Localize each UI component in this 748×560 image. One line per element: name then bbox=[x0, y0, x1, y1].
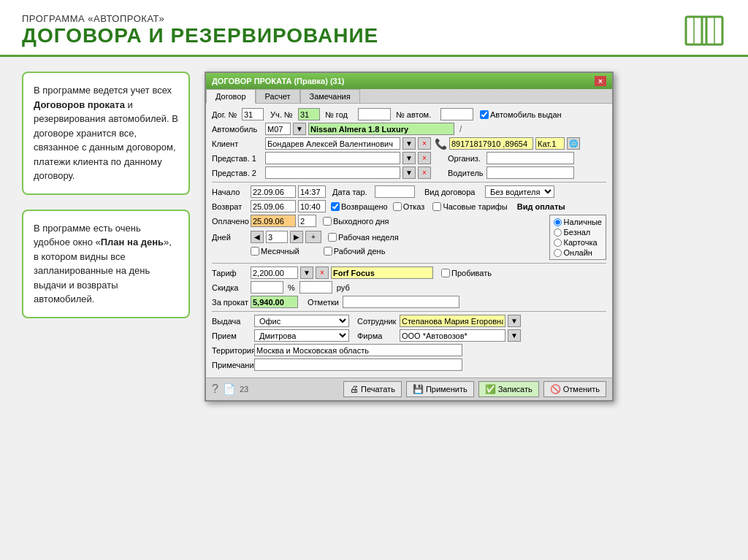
dni-input[interactable] bbox=[266, 231, 288, 243]
apply-label: Применить bbox=[426, 385, 468, 394]
skidka-rub-input[interactable] bbox=[299, 281, 332, 294]
voditel-label: Водитель bbox=[448, 169, 484, 177]
predst1-label: Представ. 1 bbox=[212, 154, 263, 163]
radio-onlajn[interactable]: Онлайн bbox=[554, 248, 602, 257]
sotrudnik-input[interactable] bbox=[400, 315, 505, 327]
left-panel: В программе ведется учет всех Договоров … bbox=[22, 72, 190, 548]
oplacheno-val-input[interactable] bbox=[298, 215, 316, 227]
vozvrat-time-input[interactable] bbox=[298, 200, 326, 212]
radio-nalichnye[interactable]: Наличные bbox=[554, 218, 602, 226]
info-box-1-bold: Договоров проката bbox=[34, 99, 125, 110]
radio-beznal-input[interactable] bbox=[554, 229, 562, 237]
row-predst1: Представ. 1 ▼ × Организ. bbox=[212, 152, 606, 164]
dni-prev-btn[interactable]: ◀ bbox=[251, 231, 264, 243]
print-button[interactable]: 🖨 Печатать bbox=[343, 381, 402, 397]
rabocha-ned-checkbox[interactable] bbox=[328, 233, 337, 242]
dialog-tabs: Договор Расчет Замечания bbox=[206, 89, 612, 104]
predst1-dropdown-btn[interactable]: ▼ bbox=[402, 152, 416, 164]
dni-next-btn[interactable]: ▶ bbox=[290, 231, 303, 243]
dialog-close-button[interactable]: × bbox=[595, 76, 606, 86]
avtomobil-code-input[interactable] bbox=[265, 123, 291, 135]
otmetki-input[interactable] bbox=[343, 296, 459, 308]
klient-clear-btn[interactable]: × bbox=[418, 137, 431, 150]
save-icon: ✅ bbox=[485, 384, 496, 394]
vydacha-select[interactable]: Офис bbox=[254, 315, 349, 327]
otkaz-label: Отказ bbox=[403, 202, 425, 211]
bottom-bar: ? 📄 23 🖨 Печатать 💾 Применить ✅ Записать bbox=[206, 377, 612, 400]
uch-input[interactable] bbox=[298, 108, 320, 120]
radio-kartochka-input[interactable] bbox=[554, 239, 562, 247]
nachalo-date-input[interactable] bbox=[251, 185, 296, 198]
avtomobil-dropdown-btn[interactable]: ▼ bbox=[293, 123, 306, 135]
vozvrascheno-checkbox[interactable] bbox=[331, 202, 340, 211]
za-prokat-input[interactable] bbox=[251, 296, 298, 308]
primechanie-input[interactable] bbox=[254, 358, 462, 371]
radio-nalichnye-input[interactable] bbox=[554, 218, 562, 226]
firma-label: Фирма bbox=[357, 331, 397, 340]
skidka-input[interactable] bbox=[251, 281, 283, 294]
avtomobil-name-input[interactable] bbox=[308, 123, 454, 135]
fort-focus-input[interactable] bbox=[331, 266, 433, 279]
klient-dropdown-btn[interactable]: ▼ bbox=[402, 137, 416, 150]
cancel-button[interactable]: 🚫 Отменить bbox=[543, 381, 606, 397]
vid-dog-label: Вид договора bbox=[424, 188, 483, 196]
info-box-2: В программе есть очень удобное окно «Пла… bbox=[22, 210, 190, 318]
voditel-input[interactable] bbox=[486, 166, 574, 179]
klient-info-btn[interactable]: 🌐 bbox=[567, 137, 580, 150]
apply-button[interactable]: 💾 Применить bbox=[406, 381, 474, 397]
tab-dogovor[interactable]: Договор bbox=[206, 89, 256, 104]
god-input[interactable] bbox=[358, 108, 391, 120]
row-dog: Дог. № Уч. № № год № автом. Автомобиль в… bbox=[212, 108, 606, 120]
vozvrat-date-input[interactable] bbox=[251, 200, 296, 212]
chas-tarif-label: Часовые тарифы bbox=[443, 202, 507, 211]
oplacheno-date-input[interactable] bbox=[251, 215, 296, 227]
chas-tarif-checkbox[interactable] bbox=[432, 202, 441, 211]
save-button[interactable]: ✅ Записать bbox=[478, 381, 539, 397]
firma-dropdown-btn[interactable]: ▼ bbox=[508, 329, 521, 342]
org-label: Организ. bbox=[448, 154, 484, 163]
sep2 bbox=[212, 263, 606, 264]
klient-name-input[interactable] bbox=[265, 137, 400, 150]
sotrudnik-dropdown-btn[interactable]: ▼ bbox=[508, 315, 521, 327]
raboch-den-checkbox[interactable] bbox=[324, 247, 332, 256]
radio-onlajn-input[interactable] bbox=[554, 249, 562, 257]
tab-zamechaniya[interactable]: Замечания bbox=[300, 89, 360, 103]
predst2-input[interactable] bbox=[265, 166, 400, 179]
header-subtitle: ПРОГРАММА «АВТОПРОКАТ» bbox=[22, 13, 726, 24]
radio-kartochka-label: Карточка bbox=[564, 238, 598, 247]
klient-label: Клиент bbox=[212, 139, 263, 148]
avto-input[interactable] bbox=[440, 108, 473, 120]
predst1-input[interactable] bbox=[265, 152, 400, 164]
tarif-clear-btn[interactable]: × bbox=[316, 266, 329, 279]
sep1 bbox=[212, 182, 606, 183]
predst1-clear-btn[interactable]: × bbox=[418, 152, 431, 164]
predst2-dropdown-btn[interactable]: ▼ bbox=[402, 166, 416, 179]
mesyachn-checkbox[interactable] bbox=[251, 247, 259, 256]
data-tar-input[interactable] bbox=[375, 185, 415, 198]
klient-phone-input[interactable] bbox=[449, 137, 533, 150]
vyhod-den-checkbox[interactable] bbox=[323, 217, 332, 226]
radio-kartochka[interactable]: Карточка bbox=[554, 238, 602, 247]
avto-vidan-checkbox[interactable] bbox=[480, 110, 489, 119]
tarif-input[interactable] bbox=[251, 266, 298, 279]
priem-select[interactable]: Дмитрова bbox=[254, 329, 349, 342]
avto-vidan-label: Автомобиль выдан bbox=[490, 110, 562, 119]
row-dni: Дней ◀ ▶ + Рабочая неделя bbox=[212, 231, 541, 243]
vid-dog-select[interactable]: Без водителя bbox=[485, 185, 554, 198]
probivat-checkbox[interactable] bbox=[441, 269, 450, 277]
dog-input[interactable] bbox=[242, 108, 264, 120]
row-skidka: Скидка % руб bbox=[212, 281, 606, 294]
org-input[interactable] bbox=[486, 152, 574, 164]
territoriya-input[interactable] bbox=[254, 344, 462, 356]
klient-kat-input[interactable] bbox=[535, 137, 565, 150]
otkaz-checkbox[interactable] bbox=[393, 202, 402, 211]
page-number: 23 bbox=[240, 385, 248, 394]
za-prokat-label: За прокат bbox=[212, 298, 248, 307]
predst2-clear-btn[interactable]: × bbox=[418, 166, 431, 179]
dni-plus-btn[interactable]: + bbox=[305, 231, 321, 243]
nachalo-time-input[interactable] bbox=[298, 185, 326, 198]
tarif-dropdown-btn[interactable]: ▼ bbox=[300, 266, 313, 279]
tab-raschet[interactable]: Расчет bbox=[256, 89, 300, 103]
radio-beznal[interactable]: Безнал bbox=[554, 228, 602, 237]
firma-input[interactable] bbox=[400, 329, 505, 342]
